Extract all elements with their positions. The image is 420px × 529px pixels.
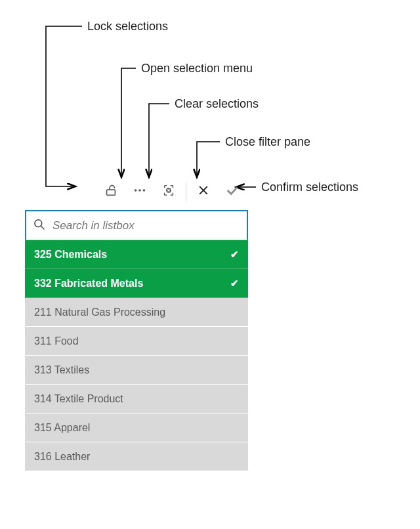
unlock-icon (104, 183, 118, 200)
annotation-close: Close filter pane (225, 135, 310, 149)
selection-toolbar (25, 175, 248, 209)
list-item[interactable]: 315 Apparel (25, 413, 248, 442)
toolbar-divider (186, 182, 186, 201)
svg-point-1 (135, 189, 137, 192)
list-item-label: 311 Food (34, 335, 79, 347)
list-item-label: 325 Chemicals (34, 249, 107, 261)
list-item[interactable]: 211 Natural Gas Processing (25, 298, 248, 327)
list-item[interactable]: 316 Leather (25, 442, 248, 471)
svg-point-3 (143, 189, 146, 192)
filter-listbox: 325 Chemicals✔332 Fabricated Metals✔211 … (25, 210, 248, 471)
annotation-confirm: Confirm selections (261, 180, 358, 194)
search-input[interactable] (51, 219, 240, 233)
list-item[interactable]: 314 Textile Product (25, 385, 248, 413)
check-icon (225, 183, 240, 200)
close-button[interactable] (192, 180, 215, 203)
svg-point-2 (138, 189, 141, 192)
clear-selection-icon (161, 183, 176, 200)
list-item[interactable]: 325 Chemicals✔ (25, 240, 248, 269)
annotation-lock: Lock selections (87, 20, 168, 33)
svg-rect-0 (107, 190, 116, 195)
selected-check-icon: ✔ (230, 249, 239, 261)
list-item[interactable]: 311 Food (25, 327, 248, 356)
annotation-menu: Open selection menu (141, 62, 253, 75)
search-row (25, 211, 248, 240)
list-item-label: 315 Apparel (34, 422, 90, 434)
clear-selections-button[interactable] (157, 180, 180, 203)
svg-point-5 (35, 219, 42, 226)
lock-button[interactable] (99, 180, 123, 203)
search-icon (33, 218, 46, 234)
more-menu-button[interactable] (128, 180, 152, 203)
list-item-label: 313 Textiles (34, 364, 89, 376)
ellipsis-icon (133, 183, 147, 200)
confirm-button[interactable] (220, 180, 244, 203)
list-item[interactable]: 332 Fabricated Metals✔ (25, 269, 248, 298)
close-icon (197, 184, 210, 200)
list-item-label: 332 Fabricated Metals (34, 278, 143, 289)
list-item[interactable]: 313 Textiles (25, 356, 248, 385)
list-item-label: 314 Textile Product (34, 393, 123, 405)
list-item-label: 211 Natural Gas Processing (34, 307, 165, 318)
list-item-label: 316 Leather (34, 451, 90, 463)
selected-check-icon: ✔ (230, 278, 239, 289)
annotation-clear: Clear selections (175, 97, 259, 111)
